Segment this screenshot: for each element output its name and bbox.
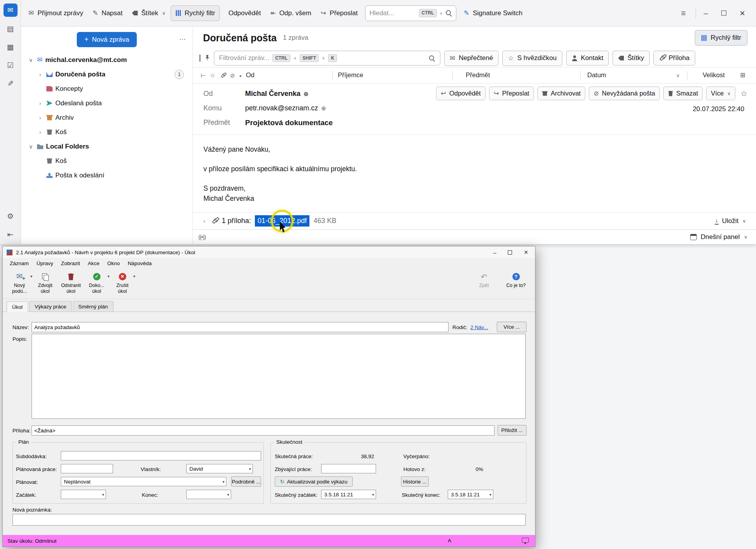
twisty-closed-icon[interactable]: ›	[37, 71, 44, 78]
pin-icon[interactable]	[205, 55, 210, 62]
more-actions-button[interactable]: Více ∨	[706, 87, 735, 100]
folder-item-archive[interactable]: › Archiv	[21, 110, 193, 125]
minimize-button[interactable]: –	[704, 9, 708, 17]
global-search-input[interactable]: Hledat... CTRL +	[365, 5, 456, 21]
tag-button[interactable]: Štítek ∨	[128, 6, 170, 21]
folder-item-sent[interactable]: › Odeslaná pošta	[21, 96, 193, 110]
star-message-icon[interactable]: ☆	[740, 89, 747, 98]
close-button[interactable]: ×	[740, 9, 745, 18]
maximize-button[interactable]	[721, 11, 726, 16]
save-attachment-button[interactable]: ↓ Uložit ∨	[715, 217, 746, 225]
reply-all-button[interactable]: ↞ Odp. všem	[266, 6, 315, 21]
menu-upravy[interactable]: Úpravy	[33, 259, 57, 268]
remaining-field[interactable]	[321, 464, 376, 473]
folder-item-outbox[interactable]: Pošta k odeslání	[21, 168, 193, 182]
attachment-field[interactable]	[32, 425, 495, 436]
local-folders-row[interactable]: ∨ Local Folders	[21, 139, 193, 154]
complete-task-button[interactable]: ✓ Doko... úkol ▾	[84, 271, 110, 294]
filter-attachment-button[interactable]: Příloha	[654, 51, 695, 66]
duplicate-task-button[interactable]: Zdvojit úkol	[32, 271, 58, 294]
attachment-twisty-icon[interactable]: ›	[201, 218, 208, 224]
forward-button[interactable]: ↪ Přeposlat	[316, 6, 362, 21]
tab-smerny-plan[interactable]: Směrný plán	[73, 301, 113, 312]
filter-messages-input[interactable]: Filtrování zpráv... CTRL + SHIFT + K	[214, 51, 440, 66]
today-pane-button[interactable]: Dnešní panel ∨	[690, 233, 747, 241]
junk-column-icon[interactable]: ⊘	[230, 72, 235, 79]
add-contact-icon[interactable]: ⊕	[304, 90, 309, 97]
reply-message-button[interactable]: ↩ Odpovědět	[436, 87, 486, 100]
name-field[interactable]	[32, 322, 449, 332]
menu-zaznam[interactable]: Záznam	[6, 259, 33, 268]
starred-column-icon[interactable]: ☆	[210, 72, 215, 79]
actual-start-select[interactable]: 3.5.18 11:21 ▾	[321, 490, 376, 499]
add-contact-icon[interactable]: ⊕	[321, 105, 326, 112]
menu-zobrazit[interactable]: Zobrazit	[57, 259, 84, 268]
new-note-field[interactable]	[12, 514, 526, 526]
filter-starred-button[interactable]: ☆ S hvězdičkou	[502, 51, 562, 66]
tab-vykazy-prace[interactable]: Výkazy práce	[29, 301, 72, 312]
settings-button[interactable]: ⚙	[4, 209, 18, 223]
maximize-button[interactable]	[508, 250, 512, 255]
description-field[interactable]	[32, 334, 526, 419]
folder-item-local-trash[interactable]: Koš	[21, 154, 193, 168]
column-header-recipient[interactable]: Příjemce	[338, 71, 363, 79]
app-menu-button[interactable]: ≡	[677, 5, 690, 21]
tasks-space-button[interactable]: ☑	[4, 58, 18, 72]
twisty-closed-icon[interactable]: ›	[37, 115, 44, 121]
reply-button[interactable]: Odpovědět	[221, 6, 265, 21]
calendar-space-button[interactable]: ▦	[4, 40, 18, 53]
junk-message-button[interactable]: ⊘ Nevyžádaná pošta	[589, 87, 660, 100]
account-row[interactable]: ∨ ✉ michal.cervenka@mt.com	[21, 53, 193, 67]
column-header-date[interactable]: Datum	[587, 71, 606, 79]
column-header-from[interactable]: Od	[246, 71, 254, 79]
twisty-closed-icon[interactable]: ›	[37, 100, 44, 106]
more-button[interactable]: Více ...	[497, 322, 526, 332]
details-button[interactable]: Podrobně ...	[231, 476, 261, 487]
twisty-closed-icon[interactable]: ›	[37, 129, 44, 135]
menu-akce[interactable]: Akce	[84, 259, 103, 268]
close-button[interactable]: ×	[524, 249, 528, 256]
forward-message-button[interactable]: ↪ Přeposlat	[489, 87, 534, 100]
chat-space-button[interactable]: ✎	[4, 77, 18, 90]
column-header-subject[interactable]: Předmět	[466, 71, 490, 79]
mail-space-button[interactable]: ✉	[4, 4, 18, 17]
twisty-open-icon[interactable]: ∨	[27, 143, 34, 150]
update-from-report-button[interactable]: ↻ Aktualizovat podle výkazu	[275, 476, 353, 487]
tab-ukol[interactable]: Úkol	[7, 301, 28, 312]
minimize-button[interactable]: –	[493, 250, 496, 255]
start-select[interactable]: ▾	[61, 490, 106, 499]
delete-message-button[interactable]: Smazat	[663, 87, 703, 100]
attach-button[interactable]: Přiložit ...	[498, 425, 526, 436]
filter-unread-button[interactable]: ✉ Nepřečtené	[444, 51, 498, 66]
quick-filter-button[interactable]: Rychlý filtr	[695, 30, 747, 46]
task-window-titlebar[interactable]: 2.1 Analýza požadavků - Návrh v projektu…	[3, 246, 535, 258]
new-subtask-button[interactable]: ✉+ Nový podú... ▾	[7, 271, 32, 294]
collapse-spaces-button[interactable]: ⇤	[4, 228, 18, 241]
cancel-task-button[interactable]: ✕ Zrušit úkol ▾	[110, 271, 135, 294]
attachment-file[interactable]: 01-06_2012.pdf	[255, 215, 309, 227]
delete-task-button[interactable]: Odstranit úkol	[58, 271, 84, 294]
folder-item-trash[interactable]: › Koš	[21, 125, 193, 139]
actual-end-select[interactable]: 3.5.18 11:21 ▾	[448, 490, 493, 499]
parent-link[interactable]: 2 Náv...	[470, 324, 488, 330]
undo-button[interactable]: ↶ Zpět	[471, 271, 497, 289]
read-column-icon[interactable]: ●	[239, 74, 242, 78]
quick-filter-toggle-button[interactable]: Rychlý filtr	[171, 5, 220, 21]
schedule-select[interactable]: Neplánovat ▾	[61, 477, 226, 486]
archive-message-button[interactable]: Archivovat	[537, 87, 585, 100]
dropdown-caret-icon[interactable]: ▾	[133, 274, 135, 279]
subcontract-field[interactable]	[61, 451, 261, 460]
attachment-column-icon[interactable]	[220, 73, 225, 78]
menu-okno[interactable]: Okno	[103, 259, 124, 268]
twisty-open-icon[interactable]: ∨	[27, 57, 34, 63]
column-header-size[interactable]: Velikost	[703, 71, 725, 79]
write-button[interactable]: ✎ Napsat	[88, 6, 127, 21]
activity-radio-icon[interactable]: ((•))	[198, 234, 206, 240]
menu-napoveda[interactable]: Nápověda	[124, 259, 156, 268]
new-message-button[interactable]: + Nová zpráva	[77, 32, 137, 47]
owner-select[interactable]: David ▾	[186, 464, 253, 473]
get-messages-button[interactable]: ✉ Přijmout zprávy	[24, 6, 87, 21]
history-button[interactable]: Historie ...	[401, 476, 429, 487]
column-picker-icon[interactable]: ⊞	[740, 71, 745, 79]
folder-pane-options-icon[interactable]: …	[179, 34, 186, 42]
